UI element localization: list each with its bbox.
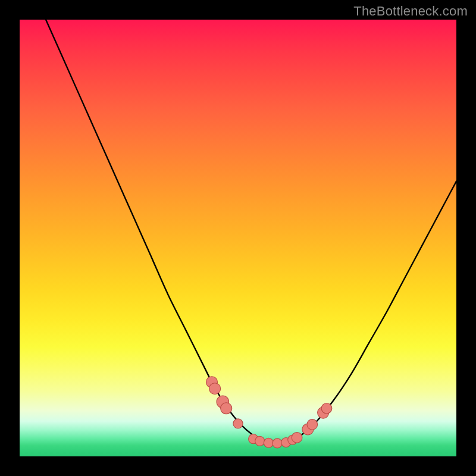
curve-marker xyxy=(318,407,329,418)
curve-marker xyxy=(292,433,302,443)
outer-frame: TheBottleneck.com xyxy=(0,0,476,476)
curve-marker xyxy=(302,424,314,435)
curve-marker xyxy=(249,434,258,444)
curve-marker xyxy=(255,436,265,446)
chart-svg xyxy=(20,20,456,456)
curve-marker xyxy=(288,435,298,444)
plot-area xyxy=(20,20,456,456)
curve-marker xyxy=(206,377,217,388)
watermark-text: TheBottleneck.com xyxy=(353,4,468,19)
curve-marker xyxy=(217,396,229,408)
curve-marker xyxy=(273,439,282,448)
curve-marker xyxy=(221,403,232,414)
curve-marker xyxy=(233,419,243,428)
curve-marker xyxy=(209,383,221,394)
curve-marker xyxy=(307,419,318,430)
curve-marker xyxy=(281,437,291,447)
curve-markers xyxy=(206,377,331,448)
bottleneck-curve xyxy=(46,20,456,443)
curve-marker xyxy=(264,438,273,447)
curve-marker xyxy=(321,403,332,414)
